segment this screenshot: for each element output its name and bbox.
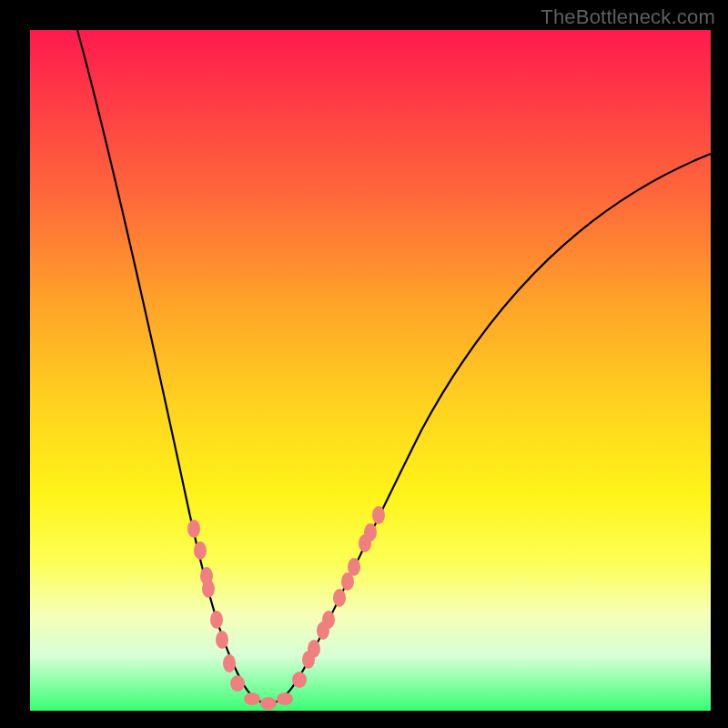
svg-point-16 (333, 589, 346, 607)
bottleneck-curve-path (77, 30, 711, 703)
markers-left (187, 520, 245, 692)
svg-point-15 (322, 611, 335, 629)
svg-point-13 (308, 640, 320, 658)
svg-point-1 (194, 541, 207, 560)
svg-point-21 (372, 506, 385, 524)
svg-point-0 (187, 520, 200, 538)
bottleneck-curve-svg (30, 30, 711, 711)
svg-point-5 (216, 631, 228, 649)
svg-point-6 (223, 654, 236, 672)
svg-point-3 (202, 580, 215, 598)
markers-right (292, 506, 385, 688)
svg-point-11 (292, 672, 307, 688)
watermark-text: TheBottleneck.com (541, 5, 715, 29)
outer-frame: TheBottleneck.com (0, 0, 728, 728)
plot-area (30, 30, 711, 711)
svg-point-10 (277, 693, 293, 705)
svg-point-18 (348, 558, 360, 576)
svg-point-20 (364, 523, 377, 541)
markers-bottom (244, 693, 293, 710)
svg-point-8 (244, 693, 260, 705)
svg-point-7 (230, 675, 245, 692)
svg-point-4 (210, 611, 223, 629)
svg-point-9 (260, 697, 277, 710)
